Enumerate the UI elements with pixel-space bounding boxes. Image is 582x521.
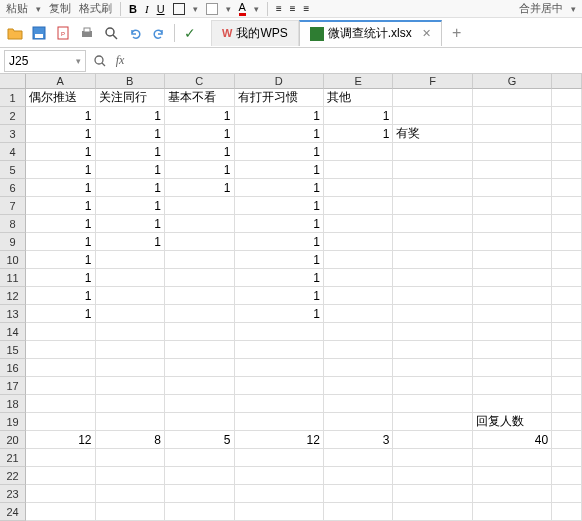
row-header[interactable]: 19 <box>0 413 26 431</box>
cell[interactable] <box>324 485 394 503</box>
cell[interactable] <box>235 341 324 359</box>
row-header[interactable]: 21 <box>0 449 26 467</box>
row-header[interactable]: 9 <box>0 233 26 251</box>
cell[interactable] <box>235 413 324 431</box>
cell[interactable] <box>552 305 582 323</box>
row-header[interactable]: 16 <box>0 359 26 377</box>
align-icon[interactable]: ≡ <box>290 3 296 14</box>
cell[interactable]: 1 <box>26 305 96 323</box>
cell[interactable]: 1 <box>26 197 96 215</box>
column-header[interactable]: F <box>393 74 472 89</box>
cell[interactable] <box>324 323 394 341</box>
save-icon[interactable] <box>30 24 48 42</box>
cell[interactable] <box>26 377 96 395</box>
cell[interactable]: 回复人数 <box>473 413 552 431</box>
cell[interactable] <box>324 251 394 269</box>
cell[interactable]: 1 <box>235 287 324 305</box>
cell[interactable] <box>473 323 552 341</box>
cell[interactable]: 1 <box>26 287 96 305</box>
cell[interactable]: 偶尔推送 <box>26 89 96 107</box>
cell[interactable] <box>324 341 394 359</box>
cell[interactable] <box>324 233 394 251</box>
cell[interactable] <box>96 359 166 377</box>
cell[interactable] <box>473 161 552 179</box>
cell[interactable] <box>473 197 552 215</box>
cell[interactable] <box>324 269 394 287</box>
cell[interactable] <box>235 323 324 341</box>
cell[interactable] <box>26 341 96 359</box>
column-header[interactable]: G <box>473 74 552 89</box>
cell[interactable] <box>96 377 166 395</box>
cell[interactable] <box>552 449 582 467</box>
row-header[interactable]: 14 <box>0 323 26 341</box>
cell[interactable] <box>473 107 552 125</box>
cell[interactable] <box>552 377 582 395</box>
cell[interactable] <box>324 377 394 395</box>
cell[interactable] <box>165 377 235 395</box>
cell[interactable] <box>393 161 472 179</box>
cell[interactable] <box>324 395 394 413</box>
cell[interactable]: 1 <box>26 125 96 143</box>
cell[interactable] <box>393 449 472 467</box>
cell[interactable] <box>393 233 472 251</box>
column-header[interactable] <box>552 74 582 89</box>
formula-input[interactable] <box>130 50 582 72</box>
cell[interactable] <box>552 251 582 269</box>
cell[interactable]: 40 <box>473 431 552 449</box>
dropdown-arrow-icon[interactable]: ▾ <box>226 4 231 14</box>
cell[interactable] <box>473 359 552 377</box>
cell[interactable] <box>165 359 235 377</box>
row-header[interactable]: 8 <box>0 215 26 233</box>
dropdown-arrow-icon[interactable]: ▾ <box>254 4 259 14</box>
dropdown-arrow-icon[interactable]: ▾ <box>571 4 576 14</box>
cell[interactable] <box>473 143 552 161</box>
cell[interactable] <box>393 413 472 431</box>
cell[interactable]: 8 <box>96 431 166 449</box>
cell[interactable] <box>165 305 235 323</box>
cell[interactable] <box>473 125 552 143</box>
cell[interactable]: 1 <box>165 143 235 161</box>
select-all-corner[interactable] <box>0 74 26 89</box>
cell[interactable] <box>393 431 472 449</box>
cell[interactable] <box>393 341 472 359</box>
underline-icon[interactable]: U <box>157 3 165 15</box>
cell[interactable] <box>96 305 166 323</box>
cell[interactable] <box>165 449 235 467</box>
cell[interactable] <box>552 413 582 431</box>
cell[interactable] <box>393 323 472 341</box>
cell[interactable] <box>324 161 394 179</box>
cell[interactable] <box>393 467 472 485</box>
cell[interactable] <box>165 269 235 287</box>
zoom-icon[interactable] <box>90 51 110 71</box>
cell[interactable] <box>165 251 235 269</box>
row-header[interactable]: 7 <box>0 197 26 215</box>
column-header[interactable]: A <box>26 74 96 89</box>
row-header[interactable]: 11 <box>0 269 26 287</box>
dropdown-arrow-icon[interactable]: ▾ <box>36 4 41 14</box>
cell[interactable] <box>393 395 472 413</box>
merge-center-label[interactable]: 合并居中 <box>519 1 563 16</box>
cell[interactable]: 有奖 <box>393 125 472 143</box>
cell[interactable] <box>473 485 552 503</box>
cell[interactable] <box>165 503 235 521</box>
cell[interactable] <box>552 503 582 521</box>
cell[interactable]: 1 <box>235 125 324 143</box>
cell[interactable] <box>96 287 166 305</box>
bold-icon[interactable]: B <box>129 3 137 15</box>
tab-my-wps[interactable]: W 我的WPS <box>211 20 299 46</box>
cell[interactable] <box>473 269 552 287</box>
cell[interactable] <box>552 143 582 161</box>
cell[interactable]: 基本不看 <box>165 89 235 107</box>
column-header[interactable]: E <box>324 74 394 89</box>
cell[interactable] <box>393 197 472 215</box>
border-icon[interactable] <box>173 3 185 15</box>
cell[interactable] <box>165 215 235 233</box>
cell[interactable] <box>324 197 394 215</box>
cell[interactable] <box>393 305 472 323</box>
cell[interactable] <box>552 89 582 107</box>
cell[interactable] <box>473 287 552 305</box>
cell[interactable] <box>552 197 582 215</box>
row-header[interactable]: 13 <box>0 305 26 323</box>
row-header[interactable]: 5 <box>0 161 26 179</box>
cell[interactable] <box>473 341 552 359</box>
